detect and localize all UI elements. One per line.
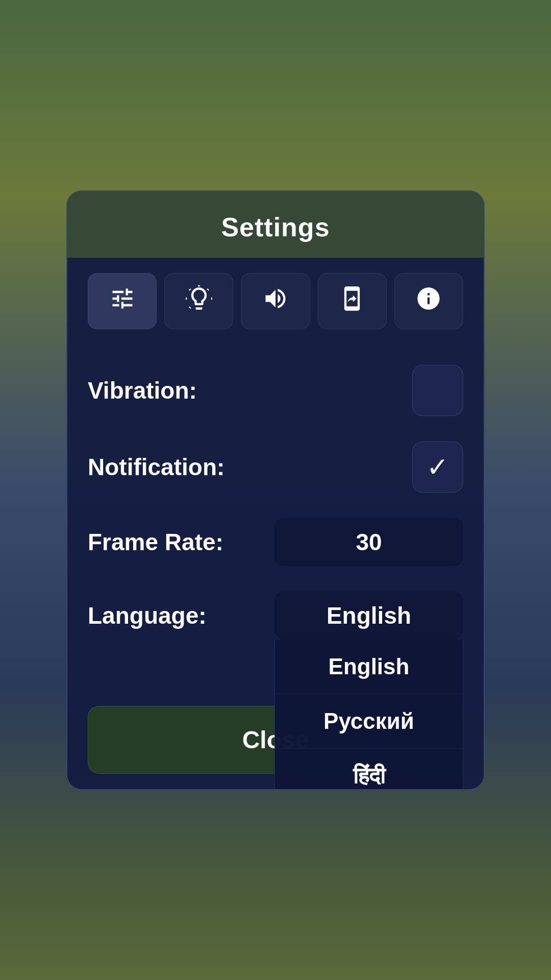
frame-rate-selector[interactable]: 30 <box>274 518 463 566</box>
volume-icon <box>262 285 289 317</box>
language-option-english[interactable]: English <box>275 640 463 694</box>
tab-general[interactable] <box>88 273 157 329</box>
vibration-row: Vibration: <box>88 355 463 426</box>
notification-label: Notification: <box>88 453 224 481</box>
svg-line-4 <box>208 289 209 290</box>
frame-rate-row: Frame Rate: 30 <box>88 508 463 576</box>
tab-info[interactable] <box>394 273 463 329</box>
notification-toggle[interactable]: ✓ <box>412 442 463 493</box>
language-option-russian[interactable]: Русский <box>275 694 463 749</box>
modal-body: Vibration: Notification: ✓ Frame Rate: 3… <box>67 258 484 696</box>
info-icon <box>415 285 442 317</box>
language-row: Language: English English Русский हिंदी <box>88 581 463 650</box>
dropdown-option-text: हिंदी <box>353 763 385 788</box>
notification-row: Notification: ✓ <box>88 431 463 503</box>
dropdown-option-text: English <box>329 654 410 679</box>
svg-line-3 <box>189 307 190 308</box>
dropdown-option-text: Русский <box>323 708 414 733</box>
language-dropdown: English Русский हिंदी Deutsche Indonesia <box>274 640 463 790</box>
language-selector[interactable]: English <box>274 592 463 640</box>
tab-display[interactable] <box>164 273 233 329</box>
frame-rate-label: Frame Rate: <box>88 528 223 556</box>
svg-line-1 <box>189 289 190 290</box>
tab-bar <box>88 268 463 334</box>
modal-title: Settings <box>78 212 473 242</box>
language-selected-text: English <box>327 602 411 629</box>
lightbulb-icon <box>186 285 212 317</box>
tab-sound[interactable] <box>241 273 310 329</box>
language-option-hindi[interactable]: हिंदी <box>275 749 463 790</box>
tab-sync[interactable] <box>318 273 387 329</box>
settings-modal: Settings <box>66 190 485 790</box>
language-label: Language: <box>88 592 207 629</box>
sync-icon <box>339 285 365 317</box>
sliders-icon <box>109 285 136 317</box>
check-icon: ✓ <box>427 452 449 482</box>
vibration-label: Vibration: <box>88 377 197 404</box>
language-selector-wrapper: English English Русский हिंदी Deutsche <box>274 592 463 640</box>
frame-rate-value: 30 <box>356 529 382 555</box>
vibration-toggle[interactable] <box>412 365 463 416</box>
modal-header: Settings <box>67 191 484 258</box>
